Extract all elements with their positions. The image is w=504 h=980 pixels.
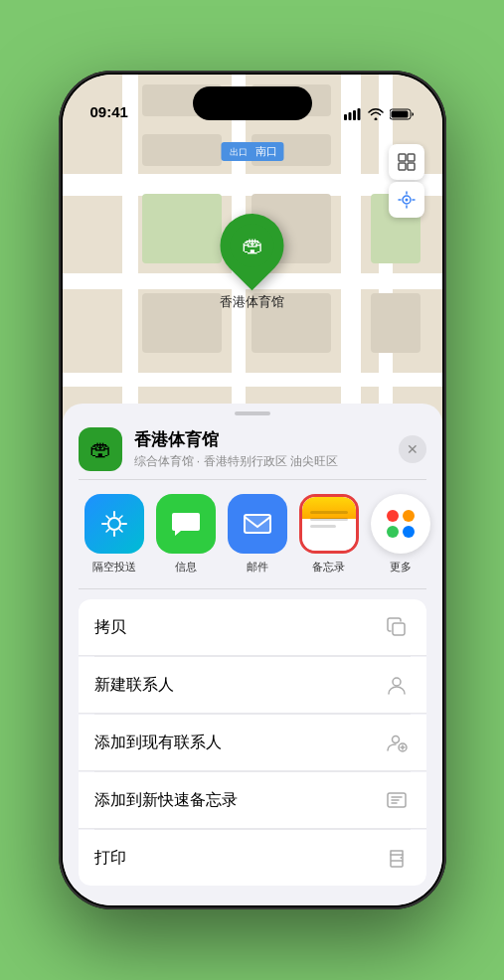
status-icons [344,108,415,120]
venue-info: 香港体育馆 综合体育馆 · 香港特别行政区 油尖旺区 [134,428,387,470]
battery-icon [390,108,415,120]
action-quick-note-label: 添加到新快速备忘录 [94,790,238,811]
svg-rect-0 [344,114,347,120]
notes-label: 备忘录 [312,560,345,574]
new-contact-icon [383,671,411,699]
map-view-toggle[interactable] [389,144,424,180]
notes-icon-wrap [299,494,359,554]
venue-icon: 🏟 [79,427,122,471]
action-new-contact[interactable]: 新建联系人 [79,657,426,714]
map-entrance-label: 出口 南口 [221,142,283,161]
action-add-contact[interactable]: 添加到现有联系人 [79,715,426,771]
map-controls[interactable] [389,144,424,218]
action-copy[interactable]: 拷贝 [79,599,426,656]
status-time: 09:41 [90,103,128,120]
action-new-contact-label: 新建联系人 [94,675,174,696]
add-contact-icon [383,729,411,756]
dynamic-island [193,86,312,120]
mail-label: 邮件 [247,560,268,574]
location-button[interactable] [389,182,424,218]
quick-note-icon [383,786,411,814]
more-icon-wrap [371,494,430,554]
svg-rect-5 [391,111,408,118]
mail-icon-wrap [228,494,287,554]
pin-label: 香港体育馆 [220,293,284,311]
venue-name: 香港体育馆 [134,428,387,451]
airdrop-icon-wrap [84,494,144,554]
more-label: 更多 [390,560,412,574]
share-item-messages[interactable]: 信息 [150,494,222,574]
svg-rect-15 [393,623,405,635]
svg-rect-9 [408,163,415,170]
svg-point-21 [400,857,402,859]
share-item-notes[interactable]: 备忘录 [293,494,365,574]
svg-point-17 [392,736,399,743]
bottom-sheet: 🏟 香港体育馆 综合体育馆 · 香港特别行政区 油尖旺区 ✕ [63,404,442,905]
map-pin: 🏟 香港体育馆 [220,214,284,311]
svg-rect-8 [399,163,406,170]
svg-rect-2 [353,110,356,120]
svg-point-12 [108,518,120,530]
print-icon [383,844,411,872]
wifi-icon [368,108,384,120]
action-copy-label: 拷贝 [94,617,126,638]
messages-label: 信息 [175,560,197,574]
svg-rect-20 [391,861,403,867]
copy-icon [383,613,411,641]
sheet-header: 🏟 香港体育馆 综合体育馆 · 香港特别行政区 油尖旺区 ✕ [63,415,442,479]
action-add-contact-label: 添加到现有联系人 [94,733,222,753]
share-item-mail[interactable]: 邮件 [222,494,293,574]
action-print-label: 打印 [94,848,126,869]
action-rows-wrapper: 拷贝 新建联系人 [63,599,442,886]
share-row: 隔空投送 信息 [63,480,442,588]
divider-2 [79,588,426,589]
phone-frame: 09:41 [59,71,446,909]
airdrop-label: 隔空投送 [92,560,136,574]
svg-point-11 [405,199,408,202]
share-item-more[interactable]: 更多 [365,494,436,574]
svg-rect-7 [408,154,415,161]
close-button[interactable]: ✕ [399,435,426,463]
messages-icon-wrap [156,494,216,554]
svg-point-16 [393,678,401,686]
signal-icon [344,108,362,120]
svg-rect-13 [245,515,270,533]
svg-rect-3 [357,108,360,120]
action-rows-container: 拷贝 新建联系人 [79,599,426,886]
action-print[interactable]: 打印 [79,830,426,886]
venue-subtitle: 综合体育馆 · 香港特别行政区 油尖旺区 [134,453,387,470]
svg-rect-1 [348,112,351,120]
svg-rect-6 [399,154,406,161]
share-item-airdrop[interactable]: 隔空投送 [79,494,150,574]
phone-screen: 09:41 [63,75,442,905]
action-quick-note[interactable]: 添加到新快速备忘录 [79,772,426,829]
